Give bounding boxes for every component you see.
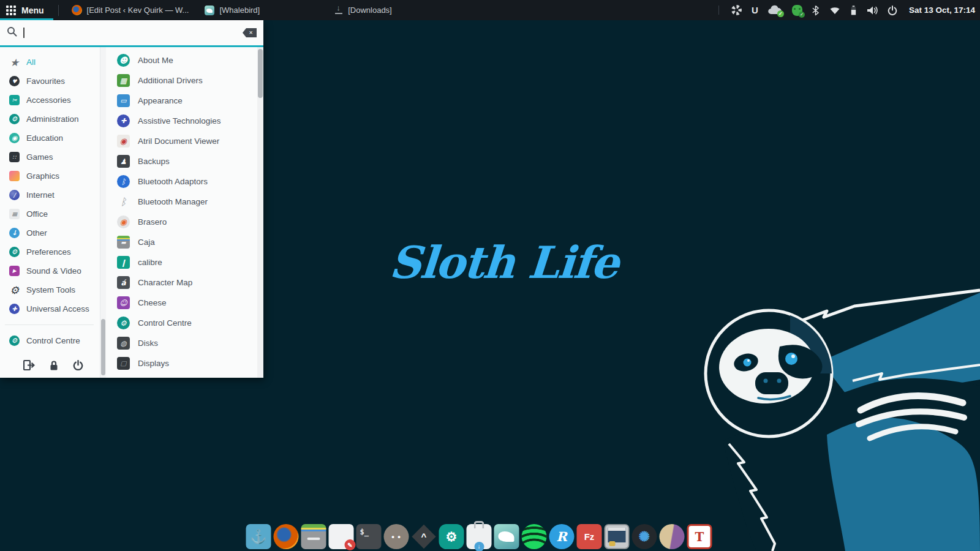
category-icon: ▶ <box>9 266 20 276</box>
category-universal-access[interactable]: ✚ Universal Access <box>0 299 100 318</box>
clear-search-icon[interactable] <box>243 28 257 37</box>
category-icon: ◉ <box>9 133 20 143</box>
category-label: Games <box>26 152 53 162</box>
terminal-dock-icon[interactable]: $_ <box>356 524 382 549</box>
wifi-tray-icon[interactable] <box>829 6 841 15</box>
category-office[interactable]: ≡ Office <box>0 204 100 223</box>
window-button-whalebird[interactable]: [Whalebird] <box>197 0 268 20</box>
category-all[interactable]: ★ All <box>0 53 100 72</box>
vpn-mascot <box>792 5 802 16</box>
ulauncher-tray-icon[interactable]: U <box>752 5 758 15</box>
mate-tweak-dock-icon[interactable]: ⚙ <box>439 524 464 549</box>
app-brasero[interactable]: ◉ Brasero <box>106 212 257 232</box>
category-graphics[interactable]: Graphics <box>0 167 100 186</box>
category-label: Office <box>26 209 48 219</box>
app-character-map[interactable]: á Character Map <box>106 272 257 293</box>
app-additional-drivers[interactable]: ▦ Additional Drivers <box>106 70 257 91</box>
app-calibre[interactable]: ❙ calibre <box>106 252 257 272</box>
category-favourites[interactable]: ♥ Favourites <box>0 72 100 91</box>
cloud-sync-tray-icon[interactable]: ✓ <box>767 5 783 16</box>
app-caja[interactable]: ▬ Caja <box>106 232 257 252</box>
sidebar-scrollbar[interactable] <box>100 47 106 378</box>
app-list-scrollbar-thumb[interactable] <box>258 49 263 98</box>
spotify-dock-icon[interactable] <box>522 524 547 549</box>
remote-desktop-dock-icon[interactable] <box>605 524 630 549</box>
window-button-editor[interactable]: [Edit Post ‹ Kev Quirk — W... <box>64 0 197 20</box>
app-icon: ᛒ <box>117 175 130 188</box>
app-icon: ◍ <box>117 337 130 350</box>
shutdown-button[interactable] <box>73 360 83 370</box>
tray-separator <box>718 6 719 15</box>
window-button-downloads[interactable]: [Downloads] <box>326 0 400 20</box>
category-label: Other <box>26 228 47 238</box>
inkscape-dock-icon[interactable]: ^ <box>412 524 437 549</box>
sidebar-scrollbar-thumb[interactable] <box>101 319 105 375</box>
app-assistive-technologies[interactable]: ✚ Assistive Technologies <box>106 111 257 131</box>
shutter-tray-icon[interactable] <box>731 4 742 16</box>
app-disks[interactable]: ◍ Disks <box>106 333 257 353</box>
panel-separator <box>58 5 59 16</box>
vpn-tray-icon[interactable] <box>792 5 802 16</box>
app-icon: á <box>117 276 130 289</box>
app-control-centre[interactable]: ⚙ Control Centre <box>106 313 257 333</box>
gimp-dock-icon[interactable]: • • <box>384 524 409 549</box>
whalebird-dock-icon[interactable] <box>494 524 519 549</box>
app-displays[interactable]: ▢ Displays <box>106 353 257 373</box>
app-list-scrollbar[interactable] <box>257 47 263 378</box>
battery-tray-icon[interactable] <box>850 5 857 16</box>
top-panel: Menu [Edit Post ‹ Kev Quirk — W... [Whal… <box>0 0 980 20</box>
app-list: ☻ About Me ▦ Additional Drivers ▭ Appear… <box>106 47 257 378</box>
category-games[interactable]: ∷ Games <box>0 148 100 167</box>
app-bluetooth-manager[interactable]: ᛒ Bluetooth Manager <box>106 192 257 212</box>
sync-check-badge: ✓ <box>777 10 784 17</box>
category-icon: ✚ <box>9 304 20 314</box>
category-administration[interactable]: ⚙ Administration <box>0 110 100 129</box>
app-icon: ▭ <box>117 94 130 107</box>
app-about-me[interactable]: ☻ About Me <box>106 50 257 70</box>
category-label: Education <box>26 133 63 143</box>
panel-clock[interactable]: Sat 13 Oct, 17:14 <box>909 6 975 15</box>
shutter-dock-icon[interactable]: ✺ <box>632 524 657 549</box>
menu-button[interactable]: Menu <box>0 0 53 20</box>
filezilla-dock-icon[interactable]: Fz <box>577 524 602 549</box>
bluetooth-tray-icon[interactable] <box>812 5 820 16</box>
pluma-dock-icon[interactable] <box>329 524 354 549</box>
app-label: Displays <box>138 359 169 368</box>
category-other[interactable]: ↓ Other <box>0 223 100 242</box>
category-control-centre[interactable]: ⚙ Control Centre <box>0 331 100 350</box>
power-tray-icon[interactable] <box>888 6 897 15</box>
app-label: Additional Drivers <box>138 76 203 85</box>
app-icon: ◉ <box>117 216 130 228</box>
category-sound-video[interactable]: ▶ Sound & Video <box>0 261 100 280</box>
software-boutique-dock-icon[interactable] <box>467 524 492 549</box>
category-accessories[interactable]: ✂ Accessories <box>0 91 100 110</box>
app-bluetooth-adaptors[interactable]: ᛒ Bluetooth Adaptors <box>106 171 257 192</box>
volume-tray-icon[interactable] <box>866 6 878 15</box>
category-label: Graphics <box>26 171 59 181</box>
logout-button[interactable] <box>23 360 35 370</box>
category-system-tools[interactable]: ⚙ System Tools <box>0 280 100 299</box>
category-education[interactable]: ◉ Education <box>0 129 100 148</box>
plank-dock-icon[interactable]: ⚓ <box>246 524 271 549</box>
app-atril-document-viewer[interactable]: ◉ Atril Document Viewer <box>106 131 257 151</box>
typora-dock-icon[interactable]: T <box>687 524 712 549</box>
rambox-dock-icon[interactable]: R <box>549 524 575 549</box>
app-label: Cheese <box>138 298 167 307</box>
lock-screen-button[interactable] <box>50 360 58 370</box>
app-label: Bluetooth Manager <box>138 197 208 206</box>
category-icon: ★ <box>9 57 20 67</box>
caja-dock-icon[interactable] <box>301 524 326 549</box>
category-preferences[interactable]: ⚙ Preferences <box>0 242 100 261</box>
app-cheese[interactable]: ☺ Cheese <box>106 293 257 313</box>
app-appearance[interactable]: ▭ Appearance <box>106 91 257 111</box>
app-backups[interactable]: ♟ Backups <box>106 151 257 171</box>
firefox-dock-icon[interactable] <box>274 524 299 549</box>
category-internet[interactable]: ∕ Internet <box>0 186 100 204</box>
menu-search-input[interactable] <box>26 28 243 38</box>
app-icon: ☻ <box>117 54 130 67</box>
menu-body: ★ All ♥ Favourites ✂ Accessories ⚙ <box>0 47 263 378</box>
app-icon: ⚙ <box>117 317 130 329</box>
category-icon: ⚙ <box>9 114 20 124</box>
sphere-app-dock-icon[interactable] <box>660 524 685 549</box>
window-app-icon <box>334 6 343 15</box>
